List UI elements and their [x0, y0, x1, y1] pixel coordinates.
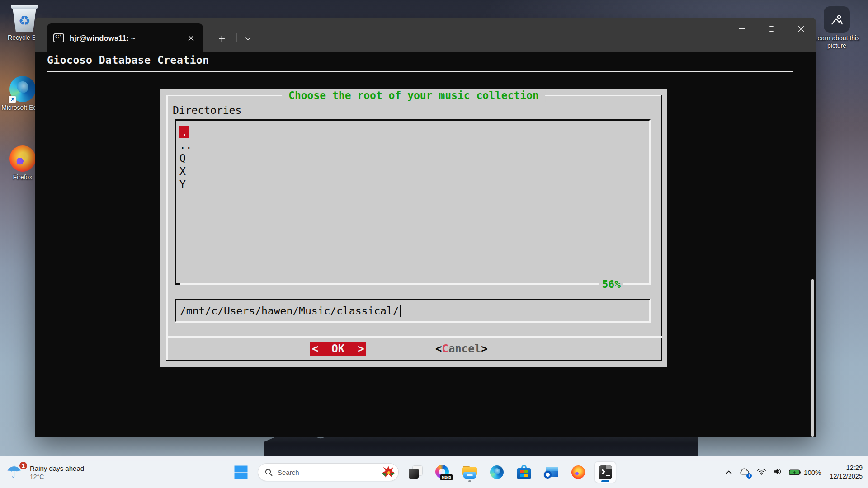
umbrella-icon: ☂ 1	[6, 462, 24, 482]
battery-percent: 100%	[804, 469, 821, 476]
battery-status[interactable]: 100%	[789, 469, 821, 476]
title-bar[interactable]: c:\ hjr@windows11: ~	[35, 18, 816, 52]
active-indicator	[601, 480, 609, 482]
close-button[interactable]	[786, 18, 816, 40]
desktop-icon-label: Learn about this picture	[812, 34, 862, 50]
m365-badge: M365	[440, 474, 453, 480]
path-input[interactable]: /mnt/c/Users/hawen/Music/classical/	[175, 299, 651, 323]
volume-icon[interactable]	[773, 468, 782, 477]
clock-date: 12/12/2025	[830, 472, 863, 481]
picture-icon	[824, 6, 850, 33]
cancel-button[interactable]: <Cancel>	[435, 342, 488, 356]
taskbar-app-task-view[interactable]	[405, 462, 426, 483]
info-badge-icon: i	[746, 473, 752, 479]
new-tab-button[interactable]	[214, 31, 229, 46]
tab-close-icon[interactable]	[185, 32, 197, 44]
taskbar-app-terminal[interactable]	[595, 462, 616, 483]
copilot-icon: M365	[435, 465, 450, 479]
text-cursor	[400, 305, 401, 317]
edge-icon	[9, 76, 36, 102]
heading-underline	[47, 71, 793, 72]
taskbar-app-firefox[interactable]	[568, 462, 589, 483]
terminal-tab[interactable]: c:\ hjr@windows11: ~	[47, 23, 203, 52]
notification-badge: 1	[19, 461, 28, 470]
tab-bar-divider	[236, 33, 237, 42]
wifi-icon[interactable]	[757, 468, 766, 477]
taskbar-app-edge[interactable]	[486, 462, 507, 483]
dialog-box: Choose the root of your music collection…	[160, 89, 667, 367]
dialog-title: Choose the root of your music collection	[282, 89, 545, 102]
scroll-percentage: 56%	[599, 278, 623, 291]
directory-item[interactable]: X	[179, 165, 649, 178]
edge-icon	[490, 465, 504, 479]
seasonal-flower-icon[interactable]	[382, 466, 395, 479]
task-view-icon	[409, 465, 422, 479]
taskbar: ☂ 1 Rainy days ahead 12°C Search	[0, 456, 868, 488]
directories-label: Directories	[173, 104, 241, 116]
taskbar-app-copilot[interactable]: M365	[432, 462, 453, 483]
windows-logo-icon	[234, 465, 248, 479]
tray-chevron-up-icon[interactable]	[726, 468, 732, 476]
ok-button[interactable]: < OK >	[310, 342, 366, 356]
directory-list[interactable]: ...QXY	[175, 119, 651, 285]
firefox-icon	[9, 145, 36, 172]
directory-item[interactable]: Y	[179, 178, 649, 191]
terminal-icon	[599, 465, 612, 479]
search-box[interactable]: Search	[258, 463, 399, 481]
onedrive-icon[interactable]: i	[739, 467, 750, 478]
search-icon	[265, 469, 273, 476]
outlook-icon	[544, 466, 558, 479]
terminal-heading: Giocoso Database Creation	[47, 54, 209, 66]
weather-title: Rainy days ahead	[30, 465, 84, 472]
weather-widget[interactable]: ☂ 1 Rainy days ahead 12°C	[6, 456, 84, 488]
running-indicator	[468, 480, 471, 482]
tab-dropdown-button[interactable]	[240, 31, 255, 46]
firefox-icon	[571, 465, 585, 479]
start-button[interactable]	[231, 462, 251, 483]
battery-icon	[789, 469, 801, 476]
directory-item[interactable]: Q	[179, 152, 649, 165]
terminal-window: c:\ hjr@windows11: ~ Giocoso Database Cr…	[35, 18, 816, 437]
desktop-icon-learn-about-picture[interactable]: Learn about this picture	[812, 6, 862, 50]
directory-item[interactable]: ..	[179, 139, 649, 152]
terminal-content[interactable]: Giocoso Database Creation Choose the roo…	[35, 52, 816, 437]
maximize-button[interactable]	[756, 18, 786, 40]
cmd-icon: c:\	[53, 33, 64, 42]
weather-temperature: 12°C	[30, 473, 84, 480]
clock-time: 12:29	[830, 464, 863, 472]
minimize-button[interactable]	[726, 18, 756, 40]
taskbar-app-file-explorer[interactable]	[459, 462, 480, 483]
button-separator	[166, 336, 662, 338]
shortcut-arrow-icon	[9, 96, 16, 103]
search-placeholder: Search	[278, 469, 377, 476]
terminal-scrollbar[interactable]	[811, 279, 814, 437]
path-input-value: /mnt/c/Users/hawen/Music/classical/	[180, 305, 399, 317]
taskbar-app-outlook[interactable]	[541, 462, 561, 483]
directory-item[interactable]: .	[179, 126, 649, 139]
microsoft-store-icon	[517, 465, 531, 479]
clock[interactable]: 12:29 12/12/2025	[830, 464, 863, 481]
taskbar-app-microsoft-store[interactable]	[514, 462, 534, 483]
tab-title: hjr@windows11: ~	[70, 34, 136, 42]
file-explorer-icon	[462, 466, 477, 479]
